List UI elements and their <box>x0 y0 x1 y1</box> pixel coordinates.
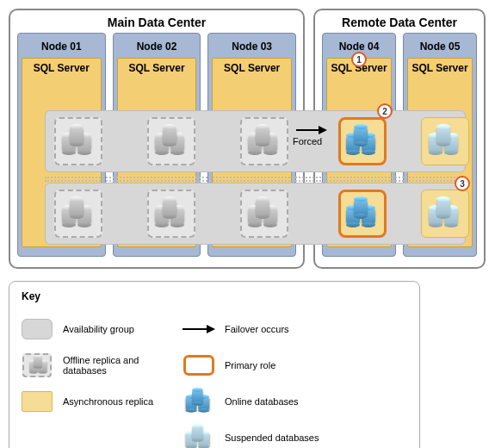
database-icon <box>429 127 461 156</box>
legend-ag-icon <box>20 314 54 344</box>
legend-primary-label: Primary role <box>225 360 345 370</box>
svg-marker-1 <box>319 126 327 134</box>
legend-suspended-db-icon <box>182 423 216 448</box>
database-icon <box>155 199 188 228</box>
database-icon <box>62 127 95 156</box>
legend-offline-label: Offline replica and databases <box>63 355 175 376</box>
legend-online-db-icon <box>182 387 216 416</box>
main-dc-title: Main Data Center <box>17 16 296 29</box>
callout-2: 2 <box>377 103 393 119</box>
database-icon <box>155 127 188 156</box>
replica-async <box>421 117 469 165</box>
ag-divider <box>45 177 466 182</box>
legend-arrow-icon <box>182 314 216 344</box>
database-icon <box>346 199 379 228</box>
callout-1: 1 <box>351 52 367 67</box>
node-label: Node 05 <box>407 37 473 58</box>
database-icon <box>429 199 461 228</box>
sql-label: SQL Server <box>121 62 193 78</box>
replica-primary <box>338 190 387 238</box>
database-icon <box>248 199 281 228</box>
node-label: Node 02 <box>117 37 197 58</box>
legend-async-label: Asynchronous replica <box>63 396 175 407</box>
availability-group-2 <box>45 183 466 245</box>
database-icon <box>62 199 95 228</box>
legend-online-db-label: Online databases <box>225 396 345 407</box>
replica-offline <box>147 190 195 238</box>
legend-async-icon <box>20 387 54 416</box>
forced-label: Forced <box>293 136 322 146</box>
replica-offline <box>54 190 102 238</box>
node-label: Node 03 <box>212 37 292 58</box>
diagram-canvas: Main Data Center Node 01 SQL Server Node… <box>9 9 486 269</box>
replica-offline <box>54 117 102 165</box>
legend-offline-icon <box>20 351 54 380</box>
node-label: Node 01 <box>22 37 102 58</box>
replica-async <box>421 190 469 238</box>
database-icon <box>248 127 281 156</box>
legend: Key Availability group Failover occurs O… <box>9 281 420 448</box>
replica-offline <box>147 117 195 165</box>
remote-dc-title: Remote Data Center <box>322 16 477 29</box>
sql-label: SQL Server <box>26 62 97 78</box>
legend-suspended-db-label: Suspended databases <box>225 432 345 443</box>
legend-primary-icon <box>182 351 216 380</box>
availability-group-1 <box>45 110 466 172</box>
callout-3: 3 <box>455 176 470 191</box>
svg-marker-3 <box>207 325 215 333</box>
replica-offline <box>240 190 288 238</box>
legend-failover-label: Failover occurs <box>225 324 345 334</box>
legend-ag-label: Availability group <box>63 324 175 334</box>
replica-primary <box>338 117 387 165</box>
sql-label: SQL Server <box>411 62 468 78</box>
replica-offline <box>240 117 288 165</box>
legend-title: Key <box>20 289 345 308</box>
database-icon <box>346 127 379 156</box>
sql-label: SQL Server <box>216 62 288 78</box>
